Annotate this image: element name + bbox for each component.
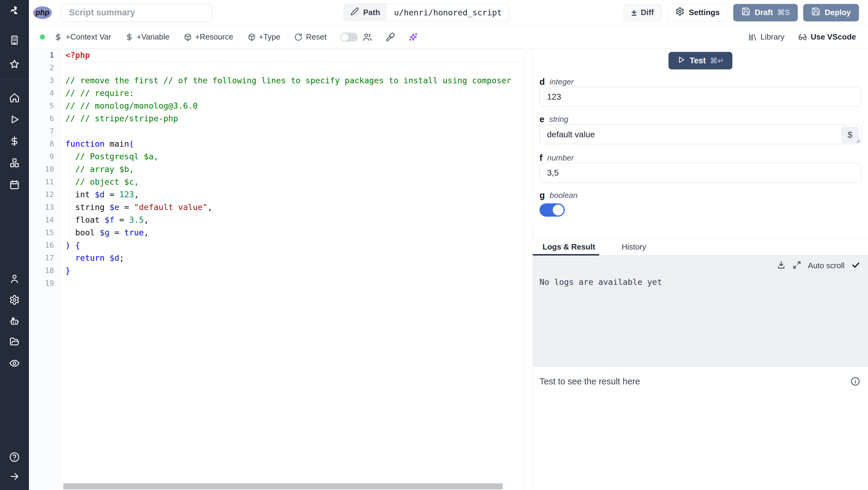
editor-toolbar: +Context Var +Variable +Resource +Type R… [29,25,868,49]
line-number: 12 [29,188,62,201]
line-numbers: 12345678910111213141516171819 [29,49,62,490]
deploy-button[interactable]: Deploy [803,4,859,22]
code-line[interactable]: string $e = "default value", [65,201,524,213]
arg-d-label: d integer [539,77,861,87]
result-tabs: Logs & Result History [533,238,868,256]
resources-cubes-icon[interactable] [9,157,20,169]
add-variable-button[interactable]: +Variable [125,32,170,41]
resize-gripper-icon[interactable] [855,138,861,145]
expand-arrow-icon[interactable] [9,471,20,482]
use-vscode-button[interactable]: Use VScode [798,32,856,42]
windmill-logo-icon[interactable] [9,5,20,16]
line-number: 8 [29,138,62,150]
code-line[interactable]: // // stripe/stripe-php [65,112,524,125]
topbar: php Path u/henri/honored_script ± Diff [29,0,868,25]
result-placeholder: Test to see the result here [539,377,640,386]
sidebar-divider [0,79,29,79]
line-number: 17 [29,252,62,264]
code-lines[interactable]: <?php// remove the first // of the follo… [62,49,524,490]
line-number: 2 [29,62,62,74]
code-line[interactable]: bool $g = true, [65,226,524,239]
favorites-star-icon[interactable] [9,59,20,70]
line-number: 15 [29,226,62,239]
gear-icon [675,7,684,18]
info-icon[interactable] [850,377,860,387]
arg-f-input[interactable] [539,163,861,183]
variables-dollar-icon[interactable] [9,136,20,147]
arg-d-input[interactable] [539,87,861,107]
tab-logs-result[interactable]: Logs & Result [542,242,595,252]
save-icon [811,7,820,18]
code-line[interactable]: // object $c, [65,176,524,188]
code-line[interactable]: ) { [65,239,524,252]
arg-g-toggle[interactable] [539,203,565,217]
play-icon [677,56,685,66]
add-context-var-button[interactable]: +Context Var [54,32,111,41]
line-number: 18 [29,264,62,277]
auto-scroll-label[interactable]: Auto scroll [808,261,844,270]
test-shortcut: ⌘↵ [710,56,724,65]
format-paintbrush-icon[interactable] [385,32,395,42]
line-number: 6 [29,112,62,125]
panel-splitter[interactable] [524,49,533,490]
home-icon[interactable] [9,92,20,104]
settings-gear-icon[interactable] [9,294,20,306]
code-line[interactable]: float $f = 3.5, [65,213,524,226]
expand-logs-icon[interactable] [792,260,801,271]
arg-e-label: e string [539,114,861,124]
line-number: 10 [29,163,62,176]
workers-robot-icon[interactable] [9,315,20,327]
code-line[interactable]: int $d = 123, [65,188,524,201]
schedules-calendar-icon[interactable] [9,179,20,191]
settings-button[interactable]: Settings [667,4,728,22]
line-number: 11 [29,176,62,188]
script-summary-input[interactable] [61,4,212,22]
diff-icon: ± [632,8,637,17]
code-line[interactable]: // // require: [65,87,524,99]
path-editor[interactable]: Path u/henri/honored_script [344,4,509,21]
code-line[interactable]: // // monolog/monolog@3.6.0 [65,99,524,112]
line-number: 16 [29,239,62,252]
horizontal-scrollbar[interactable] [63,483,503,489]
tab-history[interactable]: History [622,242,646,252]
diff-button[interactable]: ± Diff [624,4,662,22]
reset-button[interactable]: Reset [294,32,327,41]
result-panel: Test to see the result here [533,367,868,490]
code-line[interactable]: // remove the first // of the following … [65,74,524,87]
logs-empty-message: No logs are available yet [539,277,868,287]
arg-g-label: g boolean [539,190,861,200]
code-line[interactable]: <?php [65,49,524,62]
add-resource-button[interactable]: +Resource [183,32,233,41]
library-button[interactable]: Library [748,32,784,41]
code-line[interactable] [65,277,524,290]
check-icon[interactable] [851,260,860,271]
ai-sparkles-icon[interactable] [408,32,418,42]
path-label: Path [363,8,380,17]
line-number: 14 [29,213,62,226]
help-question-icon[interactable] [9,451,20,463]
test-button[interactable]: Test ⌘↵ [669,52,733,69]
code-line[interactable] [65,62,524,74]
workspace-building-icon[interactable] [9,34,20,46]
runs-play-icon[interactable] [9,114,20,125]
code-line[interactable]: // array $b, [65,163,524,176]
code-editor[interactable]: 12345678910111213141516171819 <?php// re… [29,49,524,490]
line-number: 19 [29,277,62,290]
line-number: 9 [29,150,62,163]
code-line[interactable]: } [65,264,524,277]
draft-shortcut: ⌘S [777,8,790,17]
code-line[interactable]: return $d; [65,252,524,264]
download-logs-icon[interactable] [777,260,786,271]
draft-button[interactable]: Draft ⌘S [733,4,798,22]
arg-e-input[interactable]: default value [539,124,861,144]
code-line[interactable]: // Postgresql $a, [65,150,524,163]
user-icon[interactable] [9,273,20,285]
add-type-button[interactable]: +Type [247,32,281,41]
line-number: 13 [29,201,62,213]
folders-folder-icon[interactable] [9,337,20,348]
code-line[interactable]: function main( [65,138,524,150]
code-line[interactable] [65,125,524,138]
php-language-badge: php [33,6,52,19]
audit-eye-icon[interactable] [9,357,20,369]
mode-toggle[interactable] [340,33,358,41]
